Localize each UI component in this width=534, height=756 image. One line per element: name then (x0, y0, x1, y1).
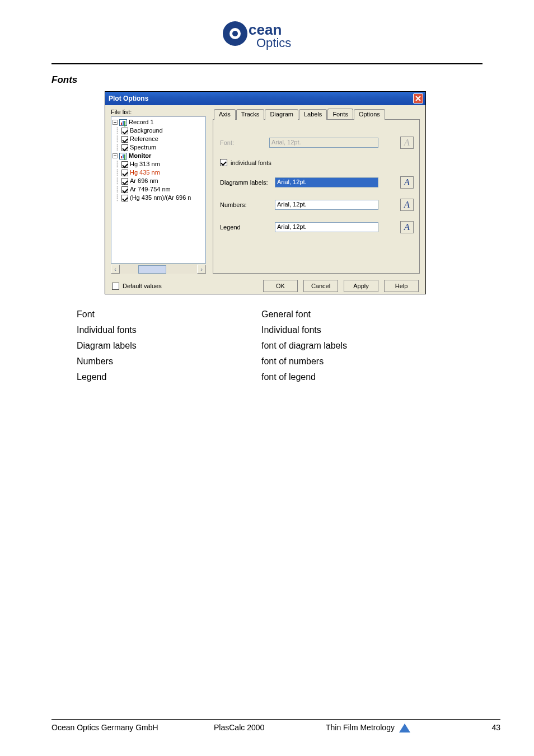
triangle-icon (399, 724, 410, 732)
logo: cean Optics (51, 17, 483, 63)
tree-item[interactable]: Ar 696 nm (130, 177, 158, 185)
legend-input[interactable]: Arial, 12pt. (275, 222, 378, 232)
tree-file-list[interactable]: Record 1 ┊Background ┊Reference ┊Spectru… (111, 116, 206, 264)
cancel-button[interactable]: Cancel (303, 280, 338, 292)
tab-tracks[interactable]: Tracks (236, 109, 265, 120)
diagram-labels-label: Diagramm labels: (220, 179, 270, 186)
close-button[interactable] (413, 93, 423, 104)
font-input: Arial, 12pt. (269, 138, 378, 148)
checkbox[interactable] (121, 136, 128, 143)
checkbox[interactable] (121, 178, 128, 185)
chart-icon (119, 153, 127, 159)
ok-button[interactable]: OK (263, 280, 298, 292)
numbers-input[interactable]: Arial, 12pt. (275, 200, 378, 210)
tree-item-monitor[interactable]: Monitor (129, 152, 151, 160)
tree-item[interactable]: Background (130, 126, 163, 135)
footer-left: Ocean Optics Germany GmbH (51, 723, 214, 732)
horizontal-scrollbar[interactable]: ‹ › (111, 265, 206, 274)
desc-label: Numbers (77, 354, 261, 369)
numbers-label: Numbers: (220, 201, 270, 208)
help-button[interactable]: Help (384, 280, 419, 292)
screenshot-plot-options: Plot Options File list: Record 1 ┊Backgr… (105, 91, 426, 294)
font-picker-button: A (400, 137, 414, 149)
desc-label: Individual fonts (77, 322, 261, 338)
chart-icon (119, 119, 127, 126)
desc-value: font of numbers (261, 354, 324, 369)
diagram-labels-input[interactable]: Arial, 12pt. (275, 177, 378, 187)
tab-axis[interactable]: Axis (214, 109, 236, 120)
tree-item-selected[interactable]: Hg 435 nm (130, 168, 160, 177)
checkbox[interactable] (121, 195, 128, 201)
tree-item[interactable]: Spectrum (130, 143, 156, 152)
dialog-titlebar: Plot Options (105, 92, 425, 105)
desc-value: Individual fonts (261, 322, 321, 338)
apply-button[interactable]: Apply (344, 280, 378, 292)
scroll-left-icon[interactable]: ‹ (111, 265, 120, 274)
individual-fonts-checkbox[interactable] (220, 159, 227, 166)
page-footer: Ocean Optics Germany GmbH PlasCalc 2000 … (51, 719, 500, 732)
desc-value: font of legend (261, 369, 316, 385)
expander-icon[interactable] (113, 120, 118, 125)
checkbox[interactable] (121, 128, 128, 134)
tab-panel-fonts: Font: Arial, 12pt. A individual fonts Di… (213, 119, 420, 274)
desc-label: Diagram labels (77, 338, 261, 354)
tree-item[interactable]: (Hg 435 nm)/(Ar 696 n (130, 194, 191, 202)
expander-icon[interactable] (113, 153, 118, 158)
tree-item[interactable]: Ar 749-754 nm (130, 185, 171, 194)
footer-right: Thin Film Metrology (326, 723, 395, 732)
checkbox[interactable] (121, 161, 128, 168)
footer-center: PlasCalc 2000 (214, 723, 326, 732)
checkbox[interactable] (121, 170, 128, 176)
tree-item[interactable]: Hg 313 nm (130, 160, 160, 168)
tree-item[interactable]: Reference (130, 135, 158, 143)
description-table: FontGeneral font Individual fontsIndivid… (77, 307, 483, 385)
default-values-checkbox[interactable] (112, 283, 119, 290)
font-label: Font: (220, 139, 265, 146)
desc-value: font of diagram labels (261, 338, 347, 354)
tab-options[interactable]: Options (354, 109, 385, 120)
font-picker-button[interactable]: A (400, 221, 414, 233)
dialog-button-bar: Default values OK Cancel Apply Help (105, 275, 425, 294)
dialog-title: Plot Options (109, 95, 148, 102)
default-values-label: Default values (123, 283, 162, 289)
tab-diagram[interactable]: Diagram (265, 109, 298, 120)
scroll-right-icon[interactable]: › (197, 265, 206, 274)
section-title: Fonts (51, 74, 483, 86)
svg-point-2 (232, 31, 238, 36)
checkbox[interactable] (121, 186, 128, 193)
font-picker-button[interactable]: A (400, 199, 414, 211)
header-rule (51, 63, 483, 64)
file-list-label: File list: (111, 109, 206, 115)
tabs: Axis Tracks Diagram Labels Fonts Options (214, 109, 420, 119)
tab-labels[interactable]: Labels (299, 109, 327, 120)
legend-label: Legend (220, 224, 270, 231)
desc-label: Font (77, 307, 261, 322)
font-picker-button[interactable]: A (400, 176, 414, 189)
svg-text:Optics: Optics (256, 36, 291, 50)
tab-fonts[interactable]: Fonts (327, 109, 353, 119)
page-number: 43 (491, 723, 500, 732)
desc-value: General font (261, 307, 311, 322)
scroll-thumb[interactable] (138, 265, 166, 274)
individual-fonts-label: individual fonts (231, 159, 271, 166)
desc-label: Legend (77, 369, 261, 385)
checkbox[interactable] (121, 144, 128, 151)
tree-item-record1[interactable]: Record 1 (129, 118, 154, 126)
